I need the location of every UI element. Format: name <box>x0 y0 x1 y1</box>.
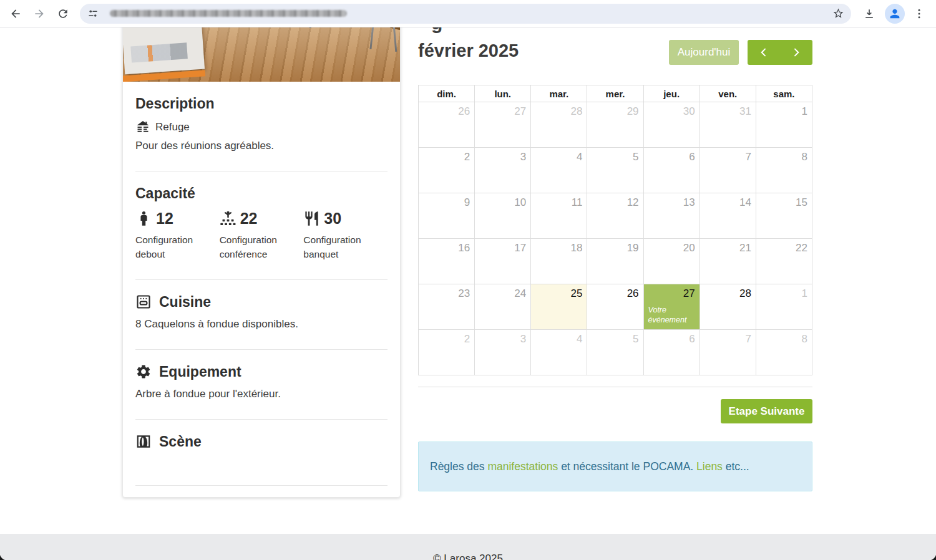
chevron-left-icon <box>759 47 769 57</box>
calendar-day-17: 17 <box>475 239 531 284</box>
reload-button[interactable] <box>52 3 74 24</box>
calendar-day-14: 14 <box>700 193 756 239</box>
day-number: 10 <box>514 196 526 209</box>
capacity-label: Configuration banquet <box>303 233 372 262</box>
browser-menu-button[interactable] <box>909 3 930 24</box>
day-number: 23 <box>458 287 470 300</box>
calendar-month-title: février 2025 <box>418 41 519 61</box>
calendar-day-20: 20 <box>643 239 700 284</box>
day-number: 22 <box>796 242 807 254</box>
bookmark-button[interactable] <box>829 4 847 23</box>
calendar-day-28[interactable]: 28 <box>700 284 756 330</box>
calendar-day-15: 15 <box>756 193 812 239</box>
calendar-day-11: 11 <box>531 193 587 239</box>
calendar-day-21: 21 <box>700 239 756 284</box>
calendar-day-13: 13 <box>643 193 700 239</box>
prev-month-button[interactable] <box>748 40 780 65</box>
chevron-right-icon <box>791 47 801 57</box>
day-number: 24 <box>514 287 526 300</box>
calendar-week: 2345678 <box>419 148 812 193</box>
calendar-week: 2324252627Votre événement281 <box>419 284 812 330</box>
calendar-week: 2345678 <box>419 330 812 375</box>
day-number: 20 <box>683 242 695 254</box>
weekday-sam: sam. <box>756 85 812 102</box>
day-number: 29 <box>627 105 639 118</box>
venue-card: Description Refuge Pour des réunions agr… <box>122 2 401 498</box>
calendar-day-12: 12 <box>587 193 643 239</box>
calendar-day-23: 23 <box>419 284 475 330</box>
calendar-day-18: 18 <box>531 239 587 284</box>
back-button[interactable] <box>5 3 26 24</box>
gear-icon <box>135 364 152 380</box>
browser-toolbar <box>0 0 936 27</box>
equipement-text: Arbre à fondue pour l'extérieur. <box>135 388 388 400</box>
event-label[interactable]: Votre événement <box>648 306 693 325</box>
calendar-day-26: 26 <box>419 102 475 148</box>
day-number: 4 <box>577 333 582 345</box>
forward-arrow-icon <box>33 7 46 20</box>
weekday-jeu: jeu. <box>643 85 700 102</box>
weekday-ven: ven. <box>700 85 756 102</box>
day-number: 2 <box>464 333 470 345</box>
calendar-day-6: 6 <box>643 148 700 193</box>
profile-button[interactable] <box>885 4 905 24</box>
browser-window: g Description <box>0 0 936 560</box>
day-number: 30 <box>683 105 695 118</box>
weekday-dim: dim. <box>419 85 475 102</box>
day-number: 1 <box>802 287 807 300</box>
site-info-icon[interactable] <box>87 8 99 19</box>
capacity-banquet: 30 Configuration banquet <box>303 210 388 262</box>
downloads-button[interactable] <box>859 3 880 24</box>
calendar-nav <box>748 40 812 65</box>
page-content: g Description <box>0 27 936 560</box>
cuisine-title: Cuisine <box>159 294 211 311</box>
next-month-button[interactable] <box>780 40 812 65</box>
capacity-value: 22 <box>240 210 258 228</box>
day-number: 4 <box>577 151 582 163</box>
reload-icon <box>57 7 69 20</box>
calendar-day-27[interactable]: 27Votre événement <box>643 284 700 330</box>
weekday-mar: mar. <box>531 85 587 102</box>
kebab-menu-icon <box>913 7 925 20</box>
day-number: 8 <box>802 151 807 163</box>
calendar-day-22: 22 <box>756 239 812 284</box>
calendar-day-8: 8 <box>756 148 812 193</box>
liens-link[interactable]: Liens <box>696 460 723 473</box>
person-icon <box>135 210 152 227</box>
calendar-day-2: 2 <box>419 148 475 193</box>
day-number: 26 <box>627 287 639 300</box>
day-number: 18 <box>571 242 583 254</box>
calendar-day-29: 29 <box>587 102 643 148</box>
day-number: 2 <box>464 151 470 163</box>
day-number: 5 <box>633 333 638 345</box>
section-equipement: Equipement Arbre à fondue pour l'extérie… <box>135 349 388 419</box>
calendar-day-25[interactable]: 25 <box>531 284 587 330</box>
capacite-title: Capacité <box>135 185 388 202</box>
day-number: 7 <box>745 333 751 345</box>
notice-text: Règles des <box>430 460 487 473</box>
rules-notice: Règles des manifestations et nécessitant… <box>418 442 812 491</box>
forward-button[interactable] <box>29 3 50 24</box>
equipement-title: Equipement <box>159 364 241 380</box>
section-description: Description Refuge Pour des réunions agr… <box>135 82 388 171</box>
weekday-header-row: dim.lun.mar.mer.jeu.ven.sam. <box>419 85 812 102</box>
url-bar[interactable] <box>80 4 851 24</box>
day-number: 16 <box>458 242 470 254</box>
cuisine-text: 8 Caquelons à fondue disponibles. <box>135 318 388 331</box>
curtains-icon <box>135 433 152 450</box>
notice-text: et nécessitant le POCAMA. <box>558 460 696 473</box>
capacity-value: 30 <box>324 210 341 228</box>
download-icon <box>863 7 875 20</box>
calendar-day-26[interactable]: 26 <box>587 284 643 330</box>
today-button[interactable]: Aujourd'hui <box>669 40 739 65</box>
feature-label: Refuge <box>155 121 190 133</box>
calendar-day-28: 28 <box>531 102 587 148</box>
day-number: 1 <box>802 105 807 118</box>
calendar-day-7: 7 <box>700 148 756 193</box>
weekday-lun: lun. <box>475 85 531 102</box>
day-number: 27 <box>514 105 526 118</box>
calendar-day-5: 5 <box>587 148 643 193</box>
back-arrow-icon <box>9 7 22 20</box>
manifestations-link[interactable]: manifestations <box>487 460 558 473</box>
next-step-button[interactable]: Etape Suivante <box>721 399 812 423</box>
